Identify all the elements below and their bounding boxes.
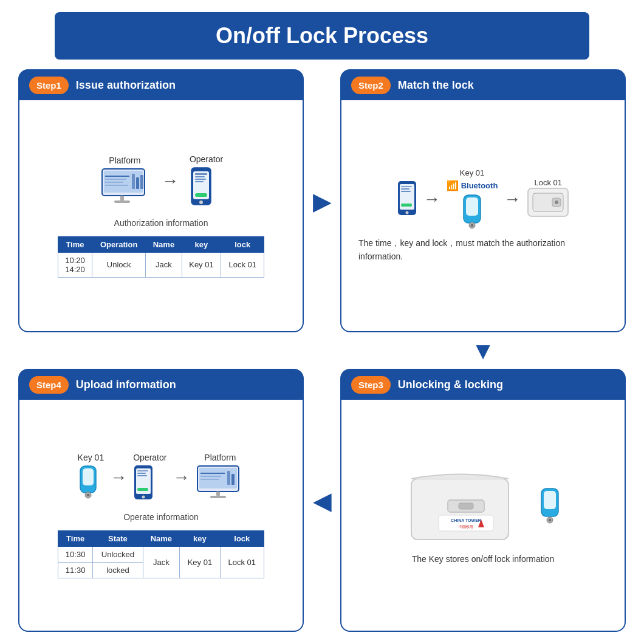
step2-description: The time，key and lock，must match the aut…	[352, 236, 614, 264]
step4-platform-label: Platform	[196, 453, 244, 462]
svg-rect-50	[227, 471, 230, 485]
step2-badge: Step2	[351, 77, 391, 94]
step2-phone-icon	[397, 180, 417, 216]
svg-rect-41	[137, 473, 146, 474]
s4-time1: 10:30	[58, 546, 93, 562]
s4-state2: locked	[93, 562, 143, 578]
key-to-lock: →	[504, 190, 521, 209]
step1-card: Step1 Issue authorization Platform	[18, 69, 304, 332]
platform-label: Platform	[99, 156, 151, 165]
svg-rect-17	[195, 193, 207, 197]
step3-key-icon	[539, 487, 561, 525]
svg-rect-57	[439, 515, 493, 531]
table-row: 10:30 Unlocked Jack Key 01 Lock 01	[58, 546, 264, 562]
step1-badge: Step1	[29, 77, 69, 94]
china-tower-lock-icon: CHINA TOWER 中国铁塔	[405, 467, 527, 546]
svg-point-33	[555, 200, 558, 204]
platform-operator: Platform	[99, 154, 223, 208]
upload-devices: Key 01 → Operator	[78, 453, 245, 502]
title-bar: On/off Lock Process	[55, 12, 589, 60]
s4-col-name: Name	[143, 530, 180, 546]
arrow-step1-to-step4	[18, 332, 304, 369]
svg-rect-23	[401, 191, 411, 192]
step4-body: Key 01 → Operator	[19, 400, 303, 631]
step4-key-label: Key 01	[78, 453, 104, 462]
svg-rect-15	[195, 179, 206, 180]
step2-title: Match the lock	[398, 79, 474, 92]
svg-rect-42	[137, 475, 147, 476]
step3-card: Step3 Unlocking & locking	[340, 369, 626, 632]
s4-time2: 11:30	[58, 562, 93, 578]
svg-rect-51	[231, 474, 235, 485]
s4-key1: Key 01	[180, 546, 220, 578]
step2-card: Step2 Match the lock	[340, 69, 626, 332]
step2-header: Step2 Match the lock	[341, 70, 625, 100]
col-time: Time	[58, 236, 92, 252]
key-fob-icon	[461, 194, 483, 230]
center-cell	[304, 332, 340, 369]
svg-rect-46	[199, 468, 237, 488]
svg-point-64	[549, 519, 551, 521]
lock-section: Lock 01	[527, 178, 569, 220]
svg-rect-7	[136, 177, 139, 189]
step3-title: Unlocking & locking	[398, 379, 503, 391]
s4-name1: Jack	[143, 546, 180, 578]
svg-rect-56	[459, 503, 473, 509]
step1-title: Issue authorization	[76, 79, 176, 92]
step4-operator-label: Operator	[133, 453, 166, 462]
svg-rect-52	[216, 492, 220, 496]
table-row: 10:2014:20 Unlock Jack Key 01 Lock 01	[58, 252, 264, 277]
operator-label: Operator	[190, 154, 223, 164]
s4-lock1: Lock 01	[220, 546, 264, 578]
step4-key-icon	[78, 465, 98, 500]
bluetooth-label: Bluetooth	[461, 181, 498, 190]
step3-header: Step3 Unlocking & locking	[341, 370, 625, 400]
svg-rect-9	[120, 196, 124, 200]
platform-to-operator-arrow: →	[162, 171, 179, 191]
svg-rect-10	[114, 200, 130, 203]
step1-body: Platform	[19, 100, 303, 331]
phone-to-bluetooth: →	[423, 190, 440, 209]
bluetooth-icon: 📶	[447, 180, 459, 191]
cell-time1: 10:2014:20	[58, 252, 92, 277]
svg-rect-16	[195, 181, 204, 182]
svg-point-37	[87, 494, 89, 496]
arrow-step1-to-step2: ▶	[304, 69, 340, 332]
step3-description: The Key stores on/off lock information	[412, 554, 555, 564]
svg-point-29	[471, 224, 473, 227]
phone-icon	[190, 166, 213, 206]
step4-header: Step4 Upload information	[19, 370, 303, 400]
svg-rect-21	[401, 186, 412, 187]
step2-body: → Key 01 📶 Bluetooth	[341, 100, 625, 331]
cell-lock1: Lock 01	[221, 252, 264, 277]
step2-phone	[397, 180, 417, 218]
col-key: key	[182, 236, 221, 252]
operate-info-title: Operate information	[123, 512, 199, 522]
svg-rect-8	[140, 175, 143, 189]
s4-col-key: key	[180, 530, 220, 546]
lock01-label: Lock 01	[527, 178, 569, 187]
svg-rect-40	[137, 470, 148, 471]
svg-rect-62	[544, 491, 556, 509]
svg-rect-53	[210, 496, 226, 498]
svg-rect-43	[137, 488, 148, 491]
col-lock: lock	[221, 236, 264, 252]
platform-section: Platform	[99, 156, 151, 207]
step4-operator-section: Operator	[133, 453, 166, 502]
svg-rect-6	[132, 174, 135, 189]
step3-body: CHINA TOWER 中国铁塔 The Key stores on/off l…	[341, 400, 625, 631]
page: On/off Lock Process Step1 Issue authoriz…	[0, 0, 644, 644]
svg-point-44	[142, 495, 145, 498]
monitor-icon	[99, 168, 151, 204]
s4-state1: Unlocked	[93, 546, 143, 562]
step3-badge: Step3	[351, 376, 391, 394]
svg-text:中国铁塔: 中国铁塔	[459, 525, 473, 529]
step4-title: Upload information	[76, 379, 176, 391]
cell-name1: Jack	[146, 252, 182, 277]
svg-rect-24	[401, 204, 412, 207]
operator-to-platform: →	[173, 468, 190, 487]
step2-devices: → Key 01 📶 Bluetooth	[352, 168, 614, 230]
page-title: On/off Lock Process	[55, 23, 589, 49]
svg-text:CHINA TOWER: CHINA TOWER	[451, 518, 481, 522]
s4-col-state: State	[93, 530, 143, 546]
